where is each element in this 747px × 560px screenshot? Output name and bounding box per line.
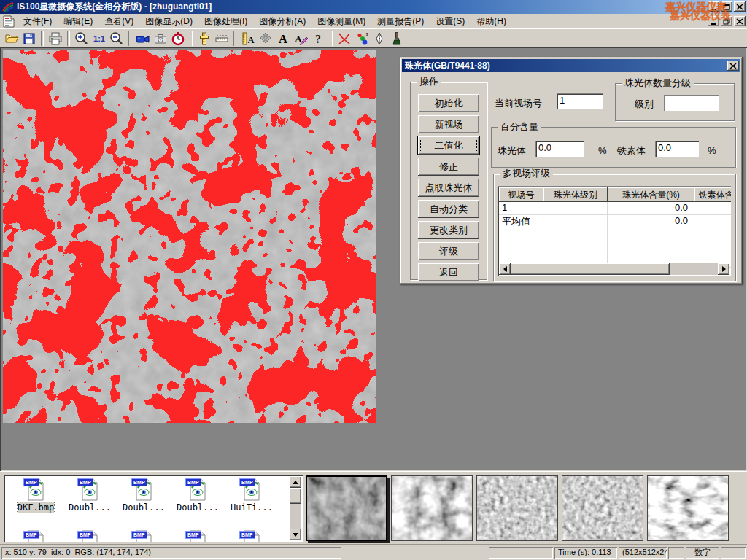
scroll-down-button[interactable] <box>290 529 301 540</box>
initialize-button[interactable]: 初始化 <box>418 94 479 112</box>
toolbar: 1:1 A A A <box>0 28 747 47</box>
menu-image-analysis[interactable]: 图像分析(A) <box>253 15 311 28</box>
scroll-right-button[interactable] <box>718 263 729 275</box>
mode-panel: 数字 <box>686 547 719 559</box>
dialog-close-button[interactable] <box>727 61 739 71</box>
timer-icon[interactable] <box>169 31 187 47</box>
file-item[interactable]: BMP HuiTi... <box>225 478 278 513</box>
zoom-in-icon[interactable] <box>73 31 90 47</box>
file-item[interactable]: BMP DKF.bmp <box>9 478 62 513</box>
text-edit-icon[interactable]: A <box>292 31 309 47</box>
table-horizontal-scrollbar[interactable] <box>499 263 729 275</box>
scroll-left-button[interactable] <box>499 263 511 275</box>
new-field-button[interactable]: 新视场 <box>418 115 479 133</box>
thumbnail-4[interactable] <box>562 475 643 541</box>
percent-sign: % <box>708 145 716 156</box>
pick-pearlite-button[interactable]: 点取珠光体 <box>418 179 479 197</box>
file-list-scrollbar[interactable] <box>290 476 301 540</box>
menu-help[interactable]: 帮助(H) <box>471 15 512 28</box>
video-camera-icon[interactable] <box>134 31 152 47</box>
empty-panel <box>668 547 684 559</box>
return-button[interactable]: 返回 <box>418 263 479 281</box>
menu-image-process[interactable]: 图像处理(I) <box>198 15 253 28</box>
zoom-out-icon[interactable] <box>108 31 125 47</box>
menu-image-measure[interactable]: 图像测量(M) <box>311 15 371 28</box>
table-row[interactable]: 1 0.0 <box>499 202 731 215</box>
close-button[interactable] <box>734 1 746 12</box>
up-arrow-icon <box>293 481 298 484</box>
multiview-table[interactable]: 视场号 珠光体级别 珠光体含量(%) 铁素体含量(%) 1 0.0 平均值 0.… <box>498 186 731 276</box>
down-arrow-icon <box>293 533 298 537</box>
dialog-title-bar[interactable]: 珠光体(GB/T9441-88) <box>402 59 740 72</box>
bmp-file-icon: BMP <box>80 530 99 542</box>
scrollbar-thumb[interactable] <box>511 263 670 275</box>
multiview-group: 多视场评级 视场号 珠光体级别 珠光体含量(%) 铁素体含量(%) 1 0.0 … <box>493 174 736 281</box>
file-item[interactable]: BMP <box>225 530 278 542</box>
open-icon[interactable] <box>3 31 20 47</box>
file-item[interactable]: BMP Doubl... <box>117 478 170 513</box>
file-name[interactable]: HuiTi... <box>231 502 273 513</box>
camera-icon[interactable] <box>152 31 169 47</box>
close-icon <box>736 4 743 10</box>
menu-file[interactable]: 文件(F) <box>18 15 58 28</box>
file-name[interactable]: DKF.bmp <box>18 502 55 513</box>
file-name[interactable]: Doubl... <box>123 502 165 513</box>
file-item[interactable]: BMP <box>9 530 62 542</box>
brush-icon[interactable] <box>388 31 406 47</box>
auto-classify-button[interactable]: 自动分类 <box>418 200 479 218</box>
pen-icon[interactable] <box>371 31 388 47</box>
menu-view[interactable]: 查看(V) <box>98 15 139 28</box>
header-ferrite[interactable]: 铁素体含量(%) <box>694 187 731 202</box>
thumbnail-3[interactable] <box>476 475 558 541</box>
save-icon[interactable] <box>20 31 38 47</box>
curve-tool-icon[interactable] <box>336 31 353 47</box>
grade-button[interactable]: 评级 <box>418 242 479 260</box>
file-item[interactable]: BMP Doubl... <box>63 478 116 513</box>
thumbnail-5[interactable] <box>647 475 729 541</box>
horizontal-ruler-icon[interactable] <box>213 31 231 47</box>
file-list: BMP DKF.bmp BMP Doubl... BMP Doubl... <box>4 475 303 542</box>
table-row[interactable]: 平均值 0.0 <box>499 215 731 228</box>
file-item[interactable]: BMP <box>117 530 170 542</box>
text-annotation-icon[interactable]: A <box>274 31 292 47</box>
menu-edit[interactable]: 编辑(E) <box>58 15 98 28</box>
thumbnail-1[interactable] <box>306 475 387 541</box>
pearlite-percent-input[interactable]: 0.0 <box>535 141 584 157</box>
file-item[interactable]: BMP <box>171 530 224 542</box>
file-name[interactable]: Doubl... <box>69 502 111 513</box>
menu-bar: 文件(F) 编辑(E) 查看(V) 图像显示(D) 图像处理(I) 图像分析(A… <box>0 14 747 28</box>
level-input[interactable] <box>664 95 719 111</box>
cursor-coords-panel: x: 510 y: 79 idx: 0 RGB: (174, 174, 174) <box>1 547 341 559</box>
actual-size-icon[interactable]: 1:1 <box>90 31 108 47</box>
calibration-ruler-icon[interactable]: A <box>239 31 257 47</box>
change-class-button[interactable]: 更改类别 <box>418 221 479 239</box>
file-name[interactable]: Doubl... <box>177 502 219 513</box>
ferrite-label: 铁素体 <box>617 144 646 158</box>
file-item[interactable]: BMP Doubl... <box>171 478 224 513</box>
header-pearlite[interactable]: 珠光体含量(%) <box>608 187 694 202</box>
binarize-button[interactable]: 二值化 <box>418 136 479 155</box>
color-classify-points-icon[interactable]: 3 <box>353 31 371 47</box>
micrograph-image[interactable] <box>3 50 376 423</box>
header-grade[interactable]: 珠光体级别 <box>543 187 608 202</box>
current-field-label: 当前视场号 <box>495 97 542 110</box>
table-header-row: 视场号 珠光体级别 珠光体含量(%) 铁素体含量(%) <box>499 187 731 202</box>
thumbnail-2[interactable] <box>391 475 473 541</box>
scrollbar-thumb[interactable] <box>290 488 301 504</box>
ferrite-percent-input[interactable]: 0.0 <box>655 141 699 157</box>
menu-image-display[interactable]: 图像显示(D) <box>139 15 198 28</box>
current-field-input[interactable]: 1 <box>557 93 603 109</box>
header-field[interactable]: 视场号 <box>499 187 543 202</box>
child-close-button[interactable] <box>734 16 746 26</box>
right-arrow-icon <box>722 266 726 272</box>
scroll-up-button[interactable] <box>290 476 301 488</box>
menu-measure-report[interactable]: 测量报告(P) <box>371 15 430 28</box>
help-icon[interactable]: ? <box>309 31 327 47</box>
menu-settings[interactable]: 设置(S) <box>430 15 471 28</box>
move-cross-icon[interactable] <box>257 31 274 47</box>
correct-button[interactable]: 修正 <box>418 158 479 176</box>
vertical-caliper-icon[interactable] <box>196 31 213 47</box>
file-item[interactable]: BMP <box>63 530 116 542</box>
print-icon[interactable] <box>47 31 64 47</box>
title-bar: IS100显微摄像系统(金相分析版) - [zhuguangti01] <box>0 0 747 14</box>
